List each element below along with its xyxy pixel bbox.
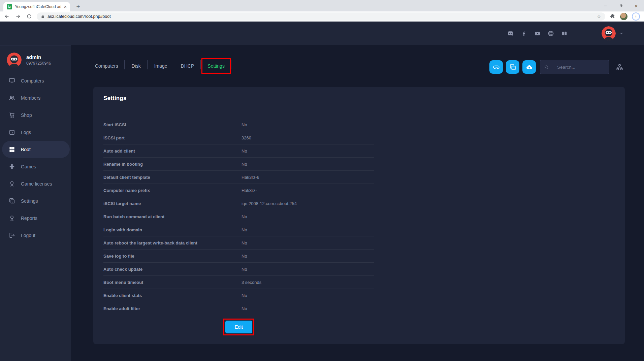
tab-image[interactable]: Image: [148, 57, 174, 75]
game-licenses-icon: [9, 180, 15, 187]
sidebar-item-games[interactable]: Games: [0, 158, 71, 175]
new-tab-button[interactable]: +: [73, 2, 83, 11]
close-window-button[interactable]: ×: [629, 0, 644, 11]
docs-icon: [561, 30, 568, 37]
social-link-youtube[interactable]: [534, 30, 541, 37]
extensions-icon[interactable]: [610, 13, 616, 19]
discord-icon: [507, 30, 514, 37]
setting-label: Auto check update: [103, 267, 242, 272]
setting-label: Enable client stats: [103, 293, 242, 298]
sidebar-item-logs[interactable]: Logs: [0, 124, 71, 141]
sidebar-item-label: Members: [21, 95, 40, 101]
settings-row-default-client-template: Default client template Hak3rz-6: [103, 170, 374, 184]
settings-panel: Settings Start iSCSI No iSCSI port 3260 …: [93, 87, 625, 344]
forward-button[interactable]: [13, 12, 22, 21]
logs-icon: [9, 129, 15, 135]
settings-table: Start iSCSI No iSCSI port 3260 Auto add …: [103, 118, 374, 315]
tabbar-actions: [489, 60, 536, 74]
forward-icon: [15, 13, 21, 19]
window-controls: ×: [598, 0, 644, 11]
panel-title: Settings: [103, 95, 127, 102]
sidebar: admin 09797250946 Computers Members Shop…: [0, 22, 71, 361]
sidebar-item-settings[interactable]: Settings: [0, 192, 71, 209]
settings-row-iscsi-port: iSCSI port 3260: [103, 131, 374, 144]
reports-icon: [9, 215, 15, 221]
logout-icon: [9, 232, 15, 238]
edit-button-area: Edit: [103, 319, 374, 335]
restore-button[interactable]: [613, 0, 629, 11]
bookmark-star-icon[interactable]: ☆: [597, 13, 601, 20]
browser-tab[interactable]: i2 Youngzsoft iCafeCloud admin ×: [3, 2, 70, 11]
settings-row-auto-check-update: Auto check update No: [103, 262, 374, 275]
refresh-button[interactable]: [25, 12, 33, 21]
setting-value: 3 seconds: [242, 280, 261, 285]
cloud-upload-icon: [526, 64, 533, 71]
tab-dhcp[interactable]: DHCP: [174, 57, 201, 75]
tab-disk[interactable]: Disk: [125, 57, 147, 75]
sidebar-item-shop[interactable]: Shop: [0, 106, 71, 124]
admin-avatar: [602, 26, 616, 40]
back-icon: [4, 13, 10, 19]
tab-label: Computers: [95, 63, 118, 69]
chevron-down-icon: [619, 31, 624, 36]
setting-label: Login with domain: [103, 227, 242, 232]
sidebar-item-reports[interactable]: Reports: [0, 209, 71, 227]
user-menu[interactable]: [602, 26, 624, 40]
setting-value: No: [242, 214, 247, 219]
action-button-cloud-upload[interactable]: [522, 60, 536, 74]
setting-label: iSCSI target name: [103, 201, 242, 206]
action-button-gamepad[interactable]: [489, 60, 503, 74]
lock-icon: [41, 14, 45, 19]
toolbar-right: ⋮: [610, 12, 640, 21]
sidebar-item-members[interactable]: Members: [0, 89, 71, 106]
minimize-button[interactable]: [598, 0, 613, 11]
tab-computers[interactable]: Computers: [88, 57, 125, 75]
sidebar-item-label: Games: [21, 164, 36, 169]
edit-button[interactable]: Edit: [225, 321, 252, 333]
tab-label: Image: [154, 63, 167, 69]
browser-tabstrip: i2 Youngzsoft iCafeCloud admin × + ×: [0, 0, 644, 11]
setting-label: Enable adult filter: [103, 306, 242, 311]
sidebar-item-label: Boot: [21, 147, 31, 152]
tab-settings[interactable]: Settings: [201, 57, 231, 75]
tab-close-icon[interactable]: ×: [64, 4, 67, 9]
settings-row-enable-client-stats: Enable client stats No: [103, 289, 374, 302]
setting-label: Computer name prefix: [103, 188, 242, 193]
browser-tab-title: Youngzsoft iCafeCloud admin: [15, 4, 61, 9]
social-link-docs[interactable]: [561, 30, 568, 37]
sidebar-item-logout[interactable]: Logout: [0, 227, 71, 244]
sidebar-item-computers[interactable]: Computers: [0, 72, 71, 89]
sidebar-item-label: Logout: [21, 233, 35, 238]
settings-row-login-with-domain: Login with domain No: [103, 223, 374, 236]
games-icon: [9, 163, 15, 170]
sidebar-item-boot[interactable]: Boot: [2, 141, 70, 158]
sidebar-menu: Computers Members Shop Logs Boot Games G…: [0, 72, 71, 244]
action-button-copy[interactable]: [506, 60, 519, 74]
social-link-discord[interactable]: [507, 30, 514, 37]
browser-menu-icon[interactable]: ⋮: [632, 12, 640, 21]
tab-label: DHCP: [181, 63, 194, 69]
url-bar[interactable]: as2.icafecloud.com/root.php#boot ☆: [37, 12, 605, 21]
website-icon: [548, 30, 554, 37]
setting-value: No: [242, 122, 247, 127]
setting-label: Boot menu timeout: [103, 280, 242, 285]
browser-profile-avatar[interactable]: [620, 13, 627, 20]
setting-value: 3260: [242, 135, 251, 140]
youtube-icon: [534, 30, 541, 37]
sidebar-item-game-licenses[interactable]: Game licenses: [0, 175, 71, 192]
browser-toolbar: as2.icafecloud.com/root.php#boot ☆ ⋮: [0, 11, 644, 22]
user-phone: 09797250946: [26, 61, 51, 66]
boot-tabs: Computers Disk Image DHCP Settings: [88, 57, 231, 75]
social-link-facebook[interactable]: [521, 30, 527, 37]
header-social-links: [507, 22, 568, 45]
setting-label: Rename in booting: [103, 162, 242, 167]
search-input[interactable]: [553, 64, 609, 70]
network-topology-icon[interactable]: [616, 64, 623, 71]
setting-value: iqn.2008-12.com.ccboot.254: [242, 201, 297, 206]
user-name: admin: [26, 54, 51, 60]
minimize-icon: [603, 4, 608, 8]
social-link-website[interactable]: [548, 30, 554, 37]
url-text: as2.icafecloud.com/root.php#boot: [47, 14, 594, 19]
shop-icon: [9, 112, 15, 118]
back-button[interactable]: [2, 12, 11, 21]
